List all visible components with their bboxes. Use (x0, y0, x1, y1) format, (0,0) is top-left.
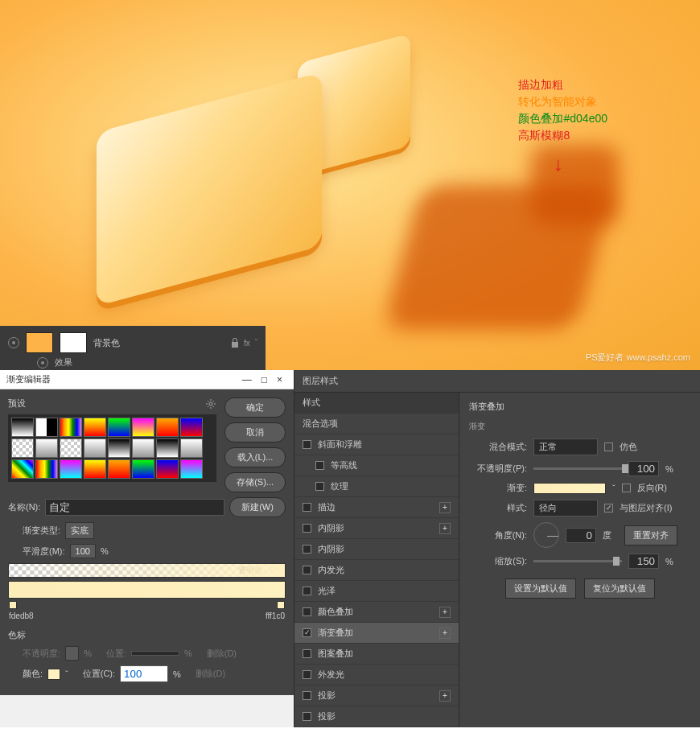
color-overlay-item[interactable]: 颜色叠加+ (294, 602, 459, 623)
checkbox[interactable] (303, 670, 311, 679)
align-checkbox[interactable] (604, 504, 613, 513)
checkbox[interactable] (303, 503, 311, 512)
inner-shadow-item-2[interactable]: 内阴影 (294, 539, 459, 560)
preset-swatch[interactable] (180, 459, 203, 479)
preset-swatch[interactable] (60, 438, 82, 458)
checkbox[interactable] (303, 440, 311, 449)
preset-swatch[interactable] (132, 459, 154, 479)
styles-header[interactable]: 样式 (294, 393, 459, 414)
dither-checkbox[interactable] (604, 443, 613, 451)
layer-effects-row[interactable]: 效果 (5, 355, 261, 370)
checkbox-checked[interactable] (303, 628, 311, 637)
gradient-preview[interactable] (533, 483, 606, 494)
add-effect-icon[interactable]: + (439, 607, 451, 618)
save-button[interactable]: 存储(S)... (224, 472, 286, 492)
stroke-item[interactable]: 描边+ (294, 497, 459, 518)
blend-options-item[interactable]: 混合选项 (294, 414, 459, 434)
gradient-overlay-item[interactable]: 渐变叠加+ (294, 623, 459, 644)
scale-input[interactable] (628, 554, 659, 569)
checkbox[interactable] (303, 566, 311, 574)
preset-swatch[interactable] (108, 459, 130, 479)
reset-align-button[interactable]: 重置对齐 (624, 525, 677, 545)
blend-mode-select[interactable]: 正常 (533, 438, 598, 455)
opacity-gradient-bar[interactable]: 透明底：0% (8, 563, 286, 578)
preset-swatch[interactable] (180, 418, 203, 437)
preset-swatch[interactable] (156, 438, 179, 458)
opacity-slider[interactable] (533, 467, 622, 470)
opacity-input[interactable] (628, 461, 659, 476)
inner-glow-item[interactable]: 内发光 (294, 560, 459, 581)
add-effect-icon[interactable]: + (439, 690, 451, 702)
visibility-icon[interactable] (37, 357, 48, 368)
color-stop-chip[interactable] (47, 669, 60, 680)
preset-swatch[interactable] (84, 438, 106, 458)
checkbox[interactable] (315, 461, 324, 470)
preset-swatch[interactable] (60, 459, 82, 479)
pattern-overlay-item[interactable]: 图案叠加 (294, 644, 459, 665)
style-select[interactable]: 径向 (533, 500, 598, 517)
preset-swatch[interactable] (156, 418, 179, 437)
satin-item[interactable]: 光泽 (294, 581, 459, 602)
inner-shadow-item[interactable]: 内阴影+ (294, 518, 459, 539)
stop-position-c-input[interactable] (120, 665, 168, 682)
add-effect-icon[interactable]: + (439, 502, 451, 513)
add-effect-icon[interactable]: + (439, 628, 451, 639)
preset-swatch[interactable] (180, 438, 203, 458)
layer-fx-badge[interactable]: fx ˇ (231, 338, 257, 348)
preset-swatch[interactable] (60, 418, 82, 437)
preset-swatch[interactable] (132, 418, 154, 437)
make-default-button[interactable]: 设置为默认值 (505, 578, 576, 599)
chevron-down-icon[interactable]: ˇ (612, 484, 616, 493)
preset-swatch[interactable] (108, 438, 130, 458)
bevel-item[interactable]: 斜面和浮雕 (294, 434, 459, 455)
outer-glow-item[interactable]: 外发光 (294, 665, 459, 685)
texture-item[interactable]: 纹理 (294, 476, 459, 497)
checkbox[interactable] (303, 691, 311, 700)
gradient-type-select[interactable]: 实底 (65, 522, 94, 539)
gradient-editor-titlebar[interactable]: 渐变编辑器 — □ × (0, 370, 294, 389)
checkbox[interactable] (303, 712, 311, 721)
preset-swatch[interactable] (35, 418, 58, 437)
preset-swatch[interactable] (35, 459, 58, 479)
preset-swatch[interactable] (108, 418, 130, 437)
drop-shadow-item-2[interactable]: 投影 (294, 706, 459, 727)
checkbox[interactable] (303, 587, 311, 595)
preset-swatch[interactable] (11, 459, 34, 479)
gradient-bar[interactable]: fdedb8 fff1c0 (8, 581, 286, 599)
color-stop-right[interactable] (277, 601, 285, 609)
chevron-down-icon[interactable]: ˇ (65, 669, 68, 679)
checkbox[interactable] (303, 524, 311, 533)
smoothness-input[interactable]: 100 (70, 544, 96, 558)
preset-swatch[interactable] (132, 438, 154, 458)
preset-swatch[interactable] (11, 418, 34, 437)
contour-item[interactable]: 等高线 (294, 455, 459, 476)
drop-shadow-item[interactable]: 投影+ (294, 685, 459, 706)
close-button[interactable]: × (272, 374, 287, 385)
cancel-button[interactable]: 取消 (224, 422, 286, 443)
color-stop-left[interactable] (9, 601, 17, 609)
add-effect-icon[interactable]: + (439, 523, 451, 534)
angle-input[interactable] (566, 528, 596, 543)
angle-dial[interactable] (533, 522, 559, 548)
preset-swatch[interactable] (156, 459, 179, 479)
name-input[interactable] (45, 499, 224, 516)
reverse-checkbox[interactable] (622, 484, 631, 492)
checkbox[interactable] (303, 649, 311, 658)
maximize-button[interactable]: □ (257, 374, 272, 385)
minimize-button[interactable]: — (237, 374, 257, 385)
checkbox[interactable] (315, 482, 324, 491)
preset-swatch[interactable] (84, 418, 106, 437)
preset-swatch[interactable] (35, 438, 58, 458)
ok-button[interactable]: 确定 (224, 397, 286, 418)
new-button[interactable]: 新建(W) (229, 497, 286, 517)
load-button[interactable]: 载入(L)... (224, 447, 286, 467)
gear-icon[interactable] (205, 398, 216, 410)
checkbox[interactable] (303, 545, 311, 554)
layer-row-background[interactable]: 背景色 fx ˇ (5, 331, 261, 355)
preset-swatch[interactable] (84, 459, 106, 479)
visibility-icon[interactable] (8, 337, 19, 348)
preset-swatch[interactable] (11, 438, 34, 458)
scale-slider[interactable] (533, 560, 622, 562)
checkbox[interactable] (303, 607, 311, 616)
reset-default-button[interactable]: 复位为默认值 (584, 578, 655, 599)
